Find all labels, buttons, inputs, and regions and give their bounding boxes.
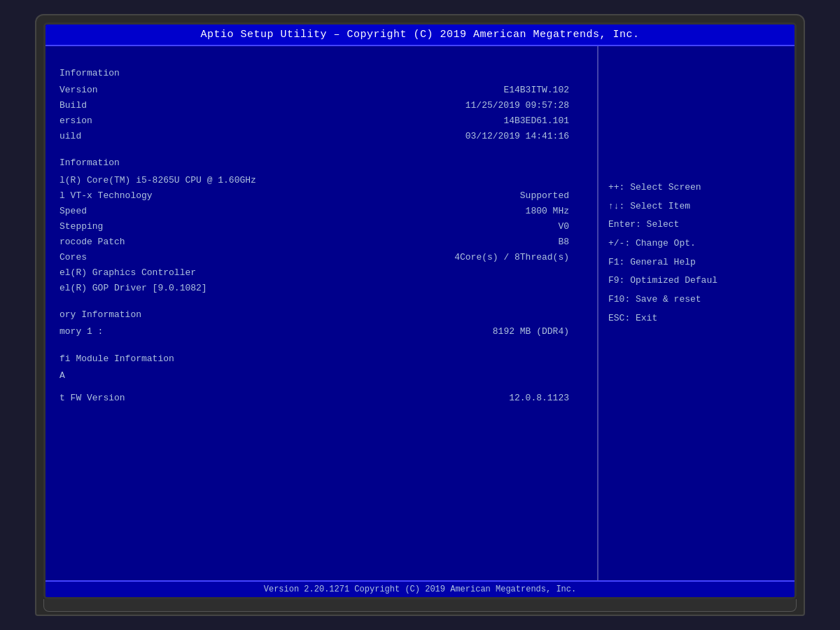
cores-value: 4Core(s) / 8Thread(s) [454, 250, 569, 265]
microcode-label: rocode Patch [59, 234, 214, 250]
bios-version-value: E14B3ITW.102 [503, 83, 569, 98]
laptop-outer: Aptio Setup Utility – Copyright (C) 2019… [35, 14, 805, 616]
speed-label: Speed [59, 204, 214, 219]
bottom-bar-text: Version 2.20.1271 Copyright (C) 2019 Ame… [264, 584, 576, 594]
memory-section-label: ory Information [59, 307, 214, 323]
processor-section-header: Information [59, 151, 583, 172]
main-panel: Information Version E14B3ITW.102 Build 1… [46, 46, 598, 580]
speed-value: 1800 MHz [526, 204, 569, 219]
graphics-label: el(R) Graphics Controller [59, 265, 214, 281]
stepping-label: Stepping [59, 219, 214, 234]
screen-bezel: Aptio Setup Utility – Copyright (C) 2019… [43, 22, 797, 599]
cores-label: Cores [59, 250, 214, 265]
help-exit-text: ESC: Exit [608, 310, 657, 328]
help-optimized: F9: Optimized Defaul [608, 272, 785, 290]
help-change-opt-text: +/-: Change Opt. [608, 235, 696, 253]
fw-version-value: 12.0.8.1123 [509, 391, 569, 406]
ec-version-value: 14B3ED61.101 [503, 113, 569, 129]
side-panel: ++: Select Screen ↑↓: Select Item Enter:… [598, 46, 794, 580]
ec-version-row: ersion 14B3ED61.101 [59, 113, 583, 129]
help-select-item-text: ↑↓: Select Item [608, 198, 690, 216]
help-select-item: ↑↓: Select Item [608, 198, 785, 216]
memory1-value: 8192 MB (DDR4) [493, 324, 569, 340]
help-save-reset-text: F10: Save & reset [608, 291, 701, 309]
help-exit: ESC: Exit [608, 310, 785, 328]
graphics-row: el(R) Graphics Controller [59, 265, 583, 281]
bios-screen: Aptio Setup Utility – Copyright (C) 2019… [46, 24, 794, 597]
bios-build-row: Build 11/25/2019 09:57:28 [59, 98, 583, 113]
memory1-label: mory 1 : [59, 324, 214, 340]
laptop-base [43, 599, 797, 612]
ec-build-row: uild 03/12/2019 14:41:16 [59, 129, 583, 144]
help-general-help: F1: General Help [608, 254, 785, 272]
memory1-row: mory 1 : 8192 MB (DDR4) [59, 324, 583, 340]
help-enter-select-text: Enter: Select [608, 216, 679, 234]
stepping-row: Stepping V0 [59, 219, 583, 234]
fw-version-label: t FW Version [59, 391, 214, 406]
memory-section-header: ory Information [59, 303, 583, 324]
fw-version-row: t FW Version 12.0.8.1123 [59, 391, 583, 406]
module-revision-label: A [59, 368, 214, 384]
help-select-screen-text: ++: Select Screen [608, 179, 701, 197]
help-change-opt: +/-: Change Opt. [608, 235, 785, 253]
vt-value: Supported [520, 188, 569, 204]
module-section-label: fi Module Information [59, 351, 214, 367]
bottom-bar: Version 2.20.1271 Copyright (C) 2019 Ame… [46, 580, 794, 597]
content-area: Information Version E14B3ITW.102 Build 1… [46, 46, 794, 580]
help-enter-select: Enter: Select [608, 216, 785, 234]
title-text: Aptio Setup Utility – Copyright (C) 2019… [200, 29, 639, 41]
help-save-reset: F10: Save & reset [608, 291, 785, 309]
bios-section-label: Information [59, 66, 214, 81]
bios-version-row: Version E14B3ITW.102 [59, 83, 583, 98]
module-revision-row: A [59, 368, 583, 384]
title-bar: Aptio Setup Utility – Copyright (C) 2019… [46, 24, 794, 46]
microcode-value: B8 [558, 234, 569, 250]
vt-label: l VT-x Technology [59, 188, 214, 204]
help-select-screen: ++: Select Screen [608, 179, 785, 197]
ec-version-label: ersion [59, 113, 214, 129]
processor-section-label: Information [59, 155, 214, 171]
bios-build-label: Build [59, 98, 214, 113]
bios-build-value: 11/25/2019 09:57:28 [465, 98, 569, 113]
gop-label: el(R) GOP Driver [9.0.1082] [59, 281, 214, 296]
help-general-help-text: F1: General Help [608, 254, 696, 272]
cpu-label: l(R) Core(TM) i5-8265U CPU @ 1.60GHz [59, 173, 256, 188]
cpu-row: l(R) Core(TM) i5-8265U CPU @ 1.60GHz [59, 173, 583, 188]
stepping-value: V0 [558, 219, 569, 234]
bios-version-label: Version [59, 83, 214, 98]
ec-build-value: 03/12/2019 14:41:16 [465, 129, 569, 144]
help-optimized-text: F9: Optimized Defaul [608, 272, 718, 290]
speed-row: Speed 1800 MHz [59, 204, 583, 219]
gop-row: el(R) GOP Driver [9.0.1082] [59, 281, 583, 296]
vt-row: l VT-x Technology Supported [59, 188, 583, 204]
module-section-header: fi Module Information [59, 347, 583, 368]
bios-info-section-header: Information [59, 62, 583, 83]
cores-row: Cores 4Core(s) / 8Thread(s) [59, 250, 583, 265]
microcode-row: rocode Patch B8 [59, 234, 583, 250]
ec-build-label: uild [59, 129, 214, 144]
